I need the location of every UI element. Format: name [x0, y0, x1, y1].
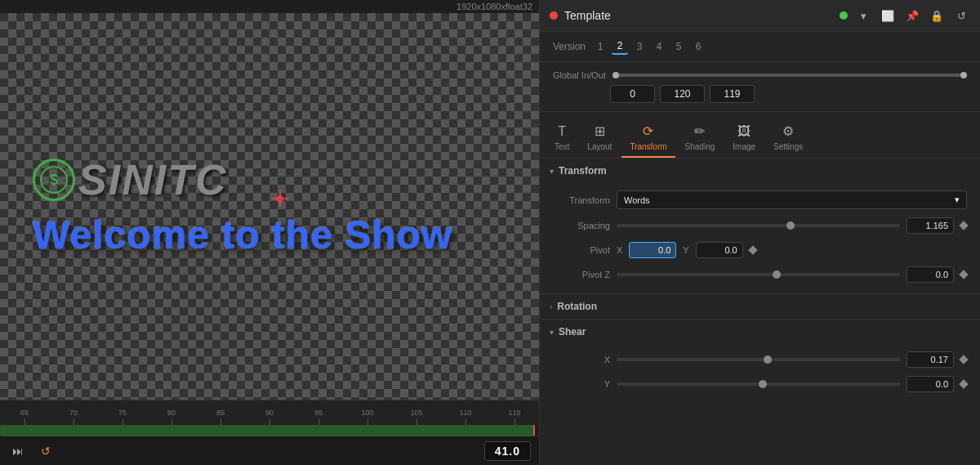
tab-shading[interactable]: ✏ Shading: [677, 118, 724, 158]
video-panel: 1920x1080xfloat32 $ SINITC Welcome to th…: [0, 0, 539, 465]
tab-text[interactable]: T Text: [546, 119, 577, 158]
inout-start[interactable]: 0: [610, 85, 655, 103]
ruler-mark-85: 85: [196, 400, 245, 425]
timeline-ruler: 65 70 75 80 85 90 95 100 105 110 115: [0, 400, 539, 425]
version-tab-5[interactable]: 5: [670, 38, 687, 55]
shear-x-row: X 0.17: [553, 347, 967, 372]
shear-y-thumb: [759, 380, 767, 388]
shear-y-slider[interactable]: [617, 382, 900, 386]
rotation-section-header[interactable]: › Rotation: [540, 293, 980, 319]
pin-icon[interactable]: 📌: [903, 7, 921, 25]
shear-y-value[interactable]: 0.0: [906, 376, 954, 392]
window-icon[interactable]: ⬜: [879, 7, 897, 25]
skip-to-end-button[interactable]: ⏭: [8, 441, 28, 461]
logo-icon: $: [33, 159, 75, 201]
version-tab-3[interactable]: 3: [631, 38, 648, 55]
pivot-z-thumb: [773, 271, 781, 279]
status-dot-red: [550, 11, 558, 20]
inout-duration[interactable]: 119: [710, 85, 755, 103]
loop-button[interactable]: ↺: [36, 441, 56, 461]
shear-x-label: X: [553, 355, 610, 364]
ruler-mark-80: 80: [147, 400, 196, 425]
logo-row: $ SINITC: [33, 155, 227, 204]
transform-type-label: Transform: [553, 195, 610, 205]
version-tab-2[interactable]: 2: [612, 38, 628, 55]
transform-tab-icon: ⟳: [643, 123, 653, 139]
version-tab-1[interactable]: 1: [592, 38, 608, 55]
inout-thumb-start[interactable]: [612, 72, 619, 78]
settings-tab-label: Settings: [773, 142, 803, 151]
pivot-z-slider[interactable]: [617, 273, 900, 276]
video-canvas: $ SINITC Welcome to the Show: [0, 13, 539, 400]
ruler-mark-95: 95: [294, 400, 343, 425]
ruler-mark-110: 110: [441, 400, 490, 425]
inout-end[interactable]: 120: [660, 85, 705, 103]
tab-transform[interactable]: ⟳ Transform: [621, 118, 675, 158]
image-tab-label: Image: [733, 142, 755, 151]
ruler-mark-100: 100: [343, 400, 392, 425]
pivot-z-label: Pivot Z: [553, 270, 610, 279]
timeline-track[interactable]: [0, 425, 539, 436]
pivot-label: Pivot: [553, 245, 610, 255]
rotation-chevron-icon: ›: [550, 302, 552, 311]
refresh-icon[interactable]: ↺: [952, 7, 970, 25]
inout-slider[interactable]: [612, 74, 967, 77]
panel-title: Template: [564, 9, 833, 22]
image-tab-icon: 🖼: [737, 124, 751, 139]
transform-type-row: Transform Words ▾: [553, 186, 967, 213]
version-label: Version: [553, 41, 586, 52]
inout-row: Global In/Out 0 120 119: [540, 62, 980, 112]
tab-settings[interactable]: ⚙ Settings: [765, 118, 811, 158]
pivot-y-value[interactable]: 0.0: [696, 242, 743, 258]
shear-section-header[interactable]: ▾ Shear: [540, 319, 980, 344]
transform-type-value: Words: [624, 195, 650, 205]
pivot-x-value[interactable]: 0.0: [629, 242, 676, 258]
transform-section-header[interactable]: ▾ Transform: [540, 159, 980, 183]
ruler-mark-90: 90: [245, 400, 294, 425]
shear-y-label: Y: [553, 379, 610, 389]
shading-tab-icon: ✏: [694, 123, 705, 139]
pivot-z-keyframe-diamond[interactable]: [959, 270, 968, 279]
video-content: $ SINITC Welcome to the Show: [0, 13, 539, 400]
transport-bar: ⏭ ↺ 41.0: [0, 436, 539, 465]
inout-values: 0 120 119: [553, 85, 967, 103]
logo-company: SINITC: [78, 155, 227, 204]
settings-tab-icon: ⚙: [782, 123, 794, 139]
inout-slider-fill: [612, 74, 967, 77]
inout-thumb-end[interactable]: [960, 72, 967, 78]
lock-icon[interactable]: 🔒: [928, 7, 946, 25]
playhead: [533, 425, 535, 436]
inout-label: Global In/Out: [553, 70, 606, 80]
ruler-mark-65: 65: [0, 400, 49, 425]
spacing-keyframe-diamond[interactable]: [959, 221, 968, 230]
tab-layout[interactable]: ⊞ Layout: [579, 118, 620, 158]
layout-tab-icon: ⊞: [595, 123, 605, 139]
pivot-keyframe-diamond[interactable]: [748, 245, 757, 254]
spacing-slider[interactable]: [617, 224, 900, 227]
shear-x-keyframe-diamond[interactable]: [959, 355, 968, 364]
pivot-x-label: X: [617, 245, 622, 255]
header-icons: ▾ ⬜ 📌 🔒 ↺: [840, 7, 970, 25]
shear-section-content: X 0.17 Y 0.0: [540, 344, 980, 403]
transform-type-arrow: ▾: [955, 194, 960, 205]
shear-x-value[interactable]: 0.17: [906, 351, 954, 368]
transform-type-dropdown[interactable]: Words ▾: [617, 190, 967, 209]
rotation-section-title: Rotation: [557, 301, 597, 312]
dropdown-arrow[interactable]: ▾: [854, 7, 872, 25]
tab-image[interactable]: 🖼 Image: [724, 119, 764, 158]
version-tab-6[interactable]: 6: [690, 38, 706, 55]
ruler-mark-105: 105: [392, 400, 441, 425]
shear-y-row: Y 0.0: [553, 372, 967, 396]
pivot-z-value[interactable]: 0.0: [906, 266, 954, 283]
spacing-value[interactable]: 1.165: [906, 217, 954, 234]
version-tab-4[interactable]: 4: [651, 38, 667, 55]
shear-section-title: Shear: [559, 326, 586, 338]
right-panel: Template ▾ ⬜ 📌 🔒 ↺ Version 1 2 3 4 5 6: [539, 0, 980, 465]
resolution-bar: 1920x1080xfloat32: [0, 0, 539, 13]
spacing-row: Spacing 1.165: [553, 213, 967, 238]
version-tabs: 1 2 3 4 5 6: [592, 38, 706, 55]
shear-x-slider[interactable]: [617, 358, 900, 361]
ruler-mark-75: 75: [98, 400, 147, 425]
shear-y-keyframe-diamond[interactable]: [959, 379, 968, 388]
shear-x-thumb: [764, 355, 772, 364]
